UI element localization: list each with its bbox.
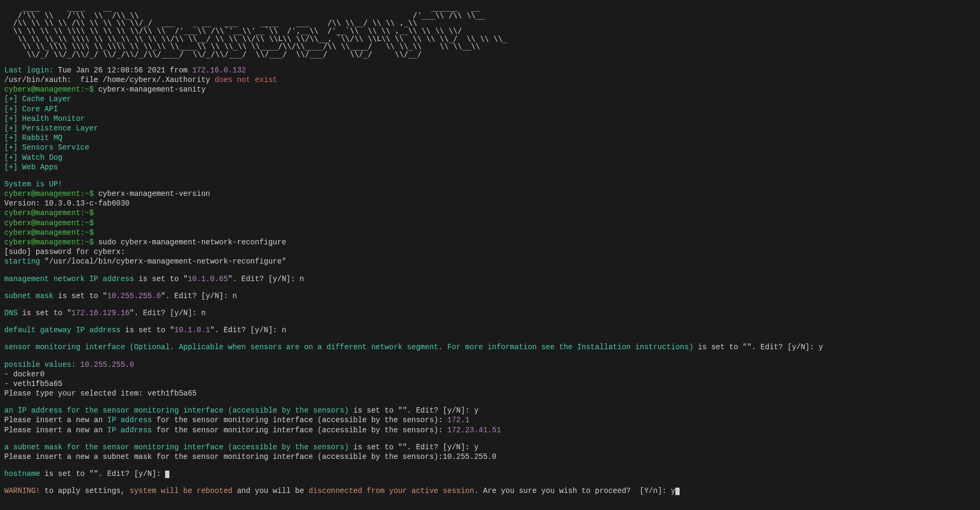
- selected-item-line[interactable]: Please type your selected item: veth1fb5…: [4, 389, 976, 398]
- gateway-mid: is set to ": [120, 326, 174, 334]
- possible-values-label: possible values:: [4, 360, 76, 369]
- dns-suffix: ". Edit? [y/N]: n: [129, 309, 206, 317]
- possible-values-value: 10.255.255.0: [76, 360, 134, 369]
- gateway-label: default gateway IP address: [4, 326, 120, 334]
- dns-value: 172.16.129.16: [71, 309, 129, 317]
- warning-label: WARNING!: [4, 487, 40, 495]
- warning-t1: to apply settings,: [40, 487, 129, 495]
- check-prefix: [+]: [4, 105, 22, 113]
- sanity-check-list: [+] Cache Layer [+] Core API [+] Health …: [4, 94, 976, 172]
- empty-prompt-1[interactable]: cyberx@management:~$: [4, 208, 976, 218]
- warning-disconnect: disconnected from your active session: [308, 487, 474, 495]
- gateway-prompt[interactable]: default gateway IP address is set to "10…: [4, 325, 976, 335]
- sensor-subnet-label: a subnet mask for the sensor monitoring …: [4, 443, 349, 451]
- mgmt-ip-label: management network IP address: [4, 275, 134, 283]
- empty-prompt-3[interactable]: cyberx@management:~$: [4, 228, 976, 237]
- check-item: Cache Layer: [22, 95, 71, 103]
- iface-option-1: - docker0: [4, 369, 976, 379]
- shell-prompt: cyberx@management:~$: [4, 85, 94, 94]
- check-item: Health Monitor: [22, 114, 85, 123]
- sensor-iface-suffix: is set to "". Edit? [y/N]: y: [693, 343, 823, 351]
- iface-option-2: - veth1fb5a65: [4, 379, 976, 389]
- sensor-iface-label: sensor monitoring interface (Optional. A…: [4, 343, 693, 351]
- insert-subnet-line[interactable]: Please insert a new a subnet mask for th…: [4, 452, 976, 462]
- check-item: Sensors Service: [22, 143, 89, 152]
- ip-address-link: IP address: [107, 426, 152, 434]
- mgmt-ip-value: 10.1.0.65: [187, 275, 228, 283]
- hostname-suffix: is set to "". Edit? [y/N]:: [40, 470, 165, 478]
- warning-reboot: system will be rebooted: [129, 487, 232, 495]
- ip-address-link: IP address: [107, 416, 152, 424]
- sensor-ip-label: an IP address for the sensor monitoring …: [4, 406, 349, 415]
- check-item: Watch Dog: [22, 153, 63, 162]
- dns-mid: is set to ": [18, 309, 71, 317]
- insert-ip-line-1[interactable]: Please insert a new an IP address for th…: [4, 415, 976, 425]
- possible-values-line: possible values: 10.255.255.0: [4, 360, 976, 369]
- mgmt-ip-prompt[interactable]: management network IP address is set to …: [4, 274, 976, 284]
- starting-label: starting: [4, 257, 40, 266]
- starting-path: "/usr/local/bin/cyberx-management-networ…: [40, 257, 286, 266]
- last-login-line: Last login: Tue Jan 26 12:08:56 2021 fro…: [4, 65, 976, 75]
- subnet-mid: is set to ": [53, 292, 107, 300]
- hostname-prompt[interactable]: hostname is set to "". Edit? [y/N]:: [4, 469, 976, 479]
- command-reconfigure: sudo cyberx-management-network-reconfigu…: [94, 238, 286, 246]
- last-login-ip: 172.16.0.132: [192, 66, 246, 75]
- ascii-art-logo: ____ ____ __ ______ __ /'\\ \\ /'\\ \\ /…: [4, 3, 976, 58]
- insert-mid: for the sensor monitoring interface (acc…: [152, 426, 447, 434]
- shell-prompt: cyberx@management:~$: [4, 190, 94, 198]
- mgmt-ip-mid: is set to ": [134, 275, 188, 283]
- check-prefix: [+]: [4, 114, 22, 123]
- sensor-ip-prompt[interactable]: an IP address for the sensor monitoring …: [4, 406, 976, 415]
- check-prefix: [+]: [4, 143, 22, 152]
- warning-t2: and you will be: [232, 487, 308, 495]
- warning-t3: . Are you sure you wish to proceed? [Y/n…: [474, 487, 675, 495]
- insert-prefix: Please insert a new an: [4, 426, 107, 434]
- subnet-suffix: ". Edit? [y/N]: n: [161, 292, 237, 300]
- insert-ip-line-2[interactable]: Please insert a new an IP address for th…: [4, 425, 976, 435]
- gateway-suffix: ". Edit? [y/N]: n: [210, 326, 286, 334]
- check-prefix: [+]: [4, 124, 22, 133]
- xauth-line: /usr/bin/xauth: file /home/cyberx/.Xauth…: [4, 75, 976, 85]
- shell-prompt: cyberx@management:~$: [4, 238, 94, 246]
- insert-mid: for the sensor monitoring interface (acc…: [152, 416, 447, 424]
- last-login-time: Tue Jan 26 12:08:56 2021 from: [53, 66, 192, 75]
- sensor-iface-prompt[interactable]: sensor monitoring interface (Optional. A…: [4, 342, 976, 352]
- sensor-subnet-prompt[interactable]: a subnet mask for the sensor monitoring …: [4, 442, 976, 452]
- system-up-status: System is UP!: [4, 179, 976, 189]
- check-prefix: [+]: [4, 163, 22, 171]
- subnet-label: subnet mask: [4, 292, 53, 300]
- command-version: cyberx-management-version: [94, 190, 210, 198]
- prompt-line-3[interactable]: cyberx@management:~$ sudo cyberx-managem…: [4, 237, 976, 247]
- check-prefix: [+]: [4, 134, 22, 142]
- version-output: Version: 10.3.0.13-c-fab6030: [4, 199, 976, 208]
- check-prefix: [+]: [4, 95, 22, 103]
- xauth-error: does not exist: [215, 76, 277, 84]
- check-item: Web Apps: [22, 163, 58, 171]
- cursor-icon: [675, 488, 680, 495]
- prompt-line-2[interactable]: cyberx@management:~$ cyberx-management-v…: [4, 189, 976, 199]
- mgmt-ip-suffix: ". Edit? [y/N]: n: [228, 275, 304, 283]
- insert-value: 172.23.41.51: [447, 426, 501, 434]
- subnet-prompt[interactable]: subnet mask is set to "10.255.255.0". Ed…: [4, 291, 976, 301]
- starting-line: starting "/usr/local/bin/cyberx-manageme…: [4, 257, 976, 266]
- insert-value: 172.1: [447, 416, 470, 424]
- sensor-ip-suffix: is set to "". Edit? [y/N]: y: [349, 406, 479, 415]
- gateway-value: 10.1.0.1: [174, 326, 210, 334]
- dns-prompt[interactable]: DNS is set to "172.16.129.16". Edit? [y/…: [4, 308, 976, 318]
- sensor-subnet-suffix: is set to "". Edit? [y/N]: y: [349, 443, 479, 451]
- check-prefix: [+]: [4, 153, 22, 162]
- command-sanity: cyberx-management-sanity: [94, 85, 206, 94]
- check-item: Rabbit MQ: [22, 134, 63, 142]
- dns-label: DNS: [4, 309, 18, 317]
- last-login-label: Last login:: [4, 66, 53, 75]
- empty-prompt-2[interactable]: cyberx@management:~$: [4, 218, 976, 228]
- check-item: Core API: [22, 105, 58, 113]
- check-item: Persistence Layer: [22, 124, 99, 133]
- subnet-value: 10.255.255.0: [107, 292, 161, 300]
- warning-line[interactable]: WARNING! to apply settings, system will …: [4, 486, 976, 496]
- sudo-password-prompt[interactable]: [sudo] password for cyberx:: [4, 247, 976, 257]
- hostname-label: hostname: [4, 470, 40, 478]
- xauth-prefix: /usr/bin/xauth: file /home/cyberx/.Xauth…: [4, 76, 215, 84]
- prompt-line-1[interactable]: cyberx@management:~$ cyberx-management-s…: [4, 85, 976, 94]
- cursor-icon: [165, 471, 169, 478]
